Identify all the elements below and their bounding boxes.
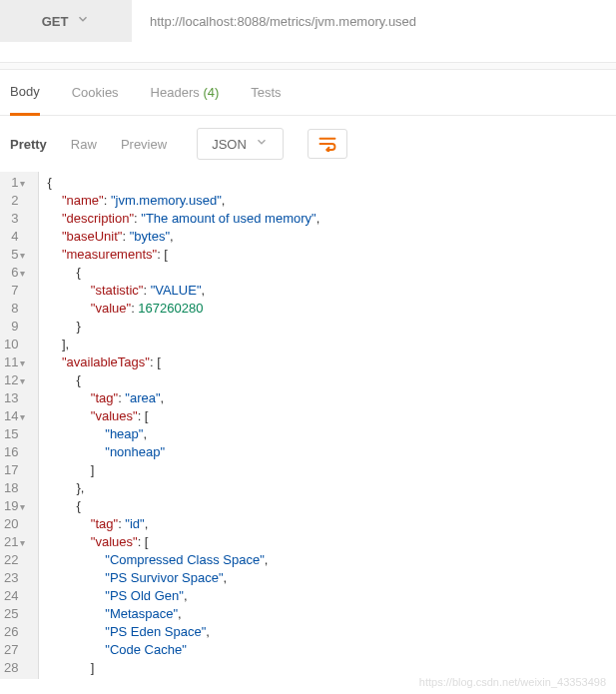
tab-cookies[interactable]: Cookies (72, 70, 119, 115)
tab-tests[interactable]: Tests (251, 70, 281, 115)
watermark: https://blog.csdn.net/weixin_43353498 (419, 676, 606, 688)
response-toolbar: Pretty Raw Preview JSON (0, 116, 616, 172)
response-body: 1▾2345▾6▾7891011▾12▾1314▾1516171819▾2021… (0, 172, 616, 679)
format-label: JSON (212, 137, 247, 152)
chevron-down-icon (255, 135, 269, 153)
line-gutter: 1▾2345▾6▾7891011▾12▾1314▾1516171819▾2021… (0, 172, 39, 679)
view-raw[interactable]: Raw (71, 137, 97, 152)
tab-headers[interactable]: Headers (4) (151, 70, 220, 115)
view-pretty[interactable]: Pretty (10, 137, 47, 152)
request-bar: GET (0, 0, 616, 42)
method-selector[interactable]: GET (0, 0, 132, 42)
line-wrap-button[interactable] (308, 129, 347, 159)
chevron-down-icon (76, 12, 90, 30)
method-label: GET (42, 14, 69, 29)
response-tabs: Body Cookies Headers (4) Tests (0, 70, 616, 116)
separator (0, 62, 616, 70)
url-input[interactable] (132, 0, 616, 42)
view-preview[interactable]: Preview (121, 137, 167, 152)
tab-body[interactable]: Body (10, 71, 40, 116)
format-selector[interactable]: JSON (197, 128, 284, 160)
headers-count: (4) (203, 85, 219, 100)
code-content[interactable]: { "name": "jvm.memory.used", "descriptio… (39, 172, 616, 679)
